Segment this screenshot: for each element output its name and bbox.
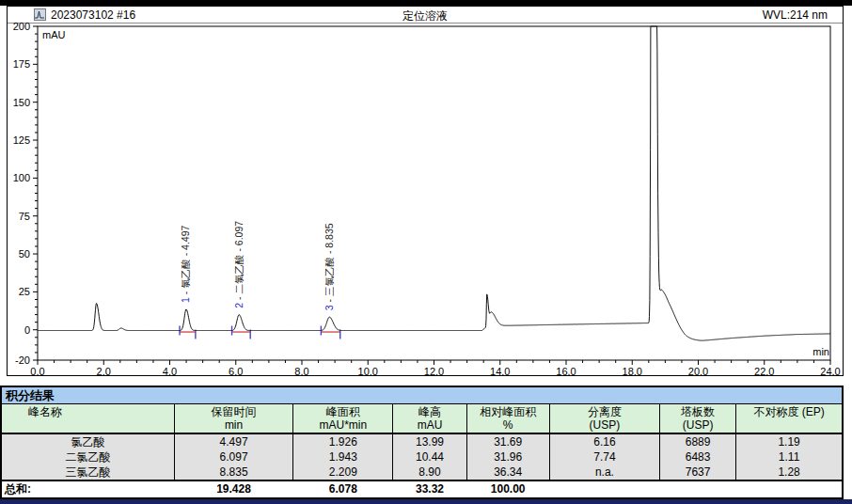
sum-row: 总和:19.4286.07833.32100.00 <box>2 480 842 497</box>
table-row: 三氯乙酸8.8352.2098.9036.34n.a.76371.28 <box>2 465 842 480</box>
y-tick-label: 50 <box>19 248 30 260</box>
x-tick-label: 20.0 <box>688 366 708 375</box>
table-cell: 6.097 <box>174 449 292 465</box>
sum-cell <box>660 480 736 497</box>
table-row: 二氯乙酸6.0971.94310.4431.967.7464831.11 <box>2 449 842 465</box>
col-header-7: 不对称度 (EP) <box>736 404 842 433</box>
y-axis-unit-label: mAU <box>42 29 65 40</box>
x-tick-label: 8.0 <box>294 366 308 375</box>
table-cell: 1.926 <box>293 433 393 449</box>
table-cell: 1.19 <box>736 433 842 449</box>
results-title: 积分结果 <box>2 387 842 404</box>
col-header-3: 峰高mAU <box>393 404 466 433</box>
table-cell: 13.99 <box>393 433 466 449</box>
y-tick-label: 25 <box>19 286 30 297</box>
table-cell: 6.16 <box>549 433 659 449</box>
y-tick-label: 75 <box>19 211 30 222</box>
x-tick-label: 18.0 <box>623 366 642 375</box>
col-header-2: 峰面积mAU*min <box>293 404 393 433</box>
x-tick-label: 10.0 <box>358 366 378 375</box>
table-cell: 10.44 <box>393 449 466 465</box>
x-tick-label: 2.0 <box>97 366 111 375</box>
sum-cell <box>736 480 842 497</box>
sum-cell <box>549 480 659 497</box>
x-tick-label: 24.0 <box>820 366 840 375</box>
chromatogram-trace <box>38 26 830 340</box>
wavelength-label: WVL:214 nm <box>763 8 828 22</box>
sum-cell: 100.00 <box>466 480 549 497</box>
chromatogram-plot: 2001751501251007550250-200.02.04.06.08.0… <box>8 23 843 375</box>
peak-label: 1 - 氯乙酸 - 4.497 <box>180 226 191 303</box>
x-tick-label: 4.0 <box>163 366 177 375</box>
table-cell: 7.74 <box>549 449 659 465</box>
table-cell: 36.34 <box>466 465 549 480</box>
table-cell: 1.11 <box>736 449 842 465</box>
table-cell: 2.209 <box>293 465 393 480</box>
table-cell: 1.943 <box>293 449 393 465</box>
table-cell: 二氯乙酸 <box>2 449 174 465</box>
sum-cell: 19.428 <box>174 480 292 497</box>
y-tick-label: -20 <box>15 354 30 366</box>
table-cell: n.a. <box>549 465 659 480</box>
x-tick-label: 16.0 <box>556 366 576 375</box>
table-cell: 6889 <box>660 433 736 449</box>
results-table: 峰名称保留时间min峰面积mAU*min峰高mAU相对峰面积%分离度(USP)塔… <box>2 404 842 497</box>
x-tick-label: 0.0 <box>30 366 44 375</box>
x-tick-label: 6.0 <box>229 366 243 375</box>
table-cell: 7637 <box>660 465 736 480</box>
chromatogram-panel: 2023073102 #16 定位溶液 WVL:214 nm 200175150… <box>7 6 844 376</box>
y-tick-label: 100 <box>13 172 30 183</box>
table-cell: 31.96 <box>466 449 549 465</box>
table-cell: 31.69 <box>466 433 549 449</box>
table-row: 氯乙酸4.4971.92613.9931.696.1668891.19 <box>2 433 842 449</box>
col-header-1: 保留时间min <box>174 404 292 433</box>
table-cell: 1.28 <box>736 465 842 480</box>
bottom-divider-bar <box>0 499 852 504</box>
y-tick-label: 125 <box>13 134 30 146</box>
x-tick-label: 12.0 <box>424 366 444 375</box>
y-tick-label: 0 <box>24 324 30 336</box>
y-tick-label: 200 <box>13 23 30 32</box>
col-header-4: 相对峰面积% <box>466 404 549 433</box>
peak-label: 2 - 二氯乙酸 - 6.097 <box>233 221 245 308</box>
chart-header: 2023073102 #16 定位溶液 WVL:214 nm <box>8 7 843 24</box>
table-cell: 8.835 <box>174 465 292 480</box>
y-tick-label: 150 <box>13 97 30 108</box>
plot-border <box>38 26 830 360</box>
table-cell: 4.497 <box>174 433 292 449</box>
table-cell: 氯乙酸 <box>2 433 174 449</box>
table-cell: 6483 <box>660 449 736 465</box>
col-header-5: 分离度(USP) <box>549 404 659 433</box>
x-axis-unit-label: min <box>813 346 829 357</box>
table-cell: 三氯乙酸 <box>2 465 174 480</box>
sum-label: 总和: <box>2 480 174 497</box>
sum-cell: 6.078 <box>293 480 393 497</box>
peak-label: 3 - 三氯乙酸 - 8.835 <box>323 223 335 310</box>
x-tick-label: 14.0 <box>490 366 510 375</box>
table-cell: 8.90 <box>393 465 466 480</box>
integration-results-panel: 积分结果 峰名称保留时间min峰面积mAU*min峰高mAU相对峰面积%分离度(… <box>0 386 844 499</box>
x-tick-label: 22.0 <box>754 366 774 375</box>
col-header-6: 塔板数(USP) <box>660 404 736 433</box>
sum-cell: 33.32 <box>393 480 466 497</box>
col-header-0: 峰名称 <box>2 404 174 433</box>
y-tick-label: 175 <box>13 58 30 70</box>
